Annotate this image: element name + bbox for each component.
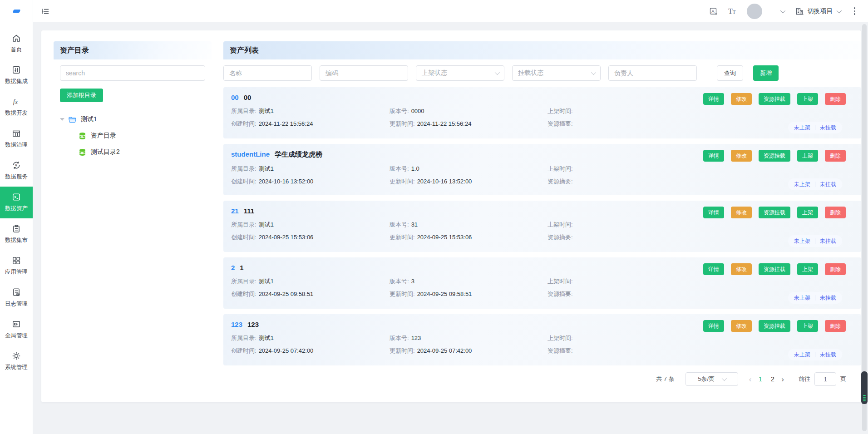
delete-button[interactable]: 删除 [825,320,846,332]
shelve-button[interactable]: 上架 [797,263,818,275]
shelve-button[interactable]: 上架 [797,320,818,332]
avatar[interactable] [747,4,762,19]
detail-button[interactable]: 详情 [703,263,724,275]
tree-node-child[interactable]: ¥ 测试目录2 [60,144,205,160]
edit-button[interactable]: 修改 [731,207,752,218]
chevron-down-icon [722,376,727,381]
add-root-catalog-button[interactable]: 添加根目录 [60,89,103,102]
menu-fold-icon[interactable] [41,7,50,16]
goto-page-input[interactable] [814,372,836,386]
sidebar-item-system-management[interactable]: 系统管理 [0,345,33,377]
shelf-status-select[interactable]: 上架状态 [416,65,504,81]
meta-version: 版本号:0000 [390,107,547,115]
not-shelved-badge[interactable]: 未上架 [794,124,810,132]
sidebar-item-global-management[interactable]: 全局管理 [0,314,33,345]
main-area: A TT 切换项目 资产目录 [33,0,868,434]
apps-icon [12,256,21,265]
page-number-2[interactable]: 2 [766,375,779,383]
tree-node-root[interactable]: 测试1 [60,111,205,128]
delete-button[interactable]: 删除 [825,263,846,275]
asset-code-link[interactable]: 2 [231,264,235,271]
sidebar-item-data-integration[interactable]: 数据集成 [0,59,33,91]
sidebar-nav: 首页 数据集成 fx 数据开发 数据治理 ¥ 数据服务 数据资产 [0,22,33,434]
badge-divider [815,238,815,244]
sidebar-item-data-mart[interactable]: 数据集市 [0,218,33,250]
sidebar-item-app-management[interactable]: 应用管理 [0,250,33,282]
shelve-button[interactable]: 上架 [797,207,818,218]
scrollbar-track[interactable] [862,24,867,431]
mount-status-select[interactable]: 挂载状态 [512,65,601,81]
meta-catalog: 所属目录:测试1 [231,107,390,115]
tree-node-label: 测试1 [81,115,97,123]
shelve-button[interactable]: 上架 [797,93,818,105]
chevron-down-icon[interactable] [780,8,785,13]
not-shelved-badge[interactable]: 未上架 [794,294,810,302]
catalog-search-input[interactable] [60,65,205,81]
detail-button[interactable]: 详情 [703,207,724,218]
catalog-tree: 测试1 ¥ 资产目录 ¥ 测试目录2 [60,111,205,160]
detail-button[interactable]: 详情 [703,93,724,105]
delete-button[interactable]: 删除 [825,150,846,162]
edit-button[interactable]: 修改 [731,263,752,275]
next-page-button[interactable]: › [781,375,784,383]
svg-text:A: A [711,9,715,14]
sidebar-item-log-management[interactable]: 日志管理 [0,282,33,314]
font-size-icon[interactable]: TT [728,7,736,15]
not-shelved-badge[interactable]: 未上架 [794,351,810,359]
not-mounted-badge[interactable]: 未挂载 [820,181,836,188]
more-vertical-icon[interactable] [852,5,858,17]
page-size-select[interactable]: 5条/页 [686,372,738,386]
page-suffix-label: 页 [840,375,846,383]
not-mounted-badge[interactable]: 未挂载 [820,237,836,245]
asset-catalog-panel: 资产目录 添加根目录 测试1 ¥ 资产目录 [54,41,212,402]
detail-button[interactable]: 详情 [703,320,724,332]
tree-node-child[interactable]: ¥ 资产目录 [60,128,205,144]
not-mounted-badge[interactable]: 未挂载 [820,351,836,359]
shelve-button[interactable]: 上架 [797,150,818,162]
prev-page-button[interactable]: ‹ [749,375,752,383]
tree-node-label: 测试目录2 [91,148,120,156]
translate-icon[interactable]: A [709,7,718,16]
sidebar-item-data-assets[interactable]: 数据资产 [0,187,33,218]
resource-mount-button[interactable]: 资源挂载 [759,150,790,162]
code-filter-input[interactable] [320,65,408,81]
delete-button[interactable]: 删除 [825,207,846,218]
terminal-icon [12,192,21,202]
asset-code-link[interactable]: 21 [231,207,239,215]
asset-status-badges: 未上架 未挂载 [788,178,842,190]
sidebar-item-home[interactable]: 首页 [0,28,33,59]
asset-code-link[interactable]: 123 [231,321,242,328]
edit-button[interactable]: 修改 [731,150,752,162]
name-filter-input[interactable] [223,65,312,81]
add-asset-button[interactable]: 新增 [753,65,779,81]
sidebar-item-data-governance[interactable]: 数据治理 [0,123,33,155]
sidebar-item-data-development[interactable]: fx 数据开发 [0,91,33,123]
asset-item-meta: 所属目录:测试1 版本号:0000 上架时间: 创建时间:2024-11-22 … [231,107,861,128]
caret-down-icon[interactable] [60,118,64,121]
asset-name: 123 [247,321,259,328]
query-button[interactable]: 查询 [717,65,743,81]
asset-item: 2 1 详情 修改 资源挂载 上架 删除 所属目录:测试1 版本号:3 上架时间… [223,257,861,309]
resource-mount-button[interactable]: 资源挂载 [759,320,790,332]
delete-button[interactable]: 删除 [825,93,846,105]
asset-code-link[interactable]: studentLine [231,150,270,158]
edit-button[interactable]: 修改 [731,93,752,105]
page-number-1[interactable]: 1 [754,375,766,383]
scrollbar-thumb[interactable] [861,371,868,404]
switch-project-button[interactable]: 切换项目 [795,7,840,16]
not-mounted-badge[interactable]: 未挂载 [820,124,836,132]
log-check-icon [12,288,21,297]
sidebar-item-data-service[interactable]: ¥ 数据服务 [0,155,33,187]
resource-mount-button[interactable]: 资源挂载 [759,93,790,105]
meta-created: 创建时间:2024-09-25 09:58:51 [231,290,390,298]
detail-button[interactable]: 详情 [703,150,724,162]
not-shelved-badge[interactable]: 未上架 [794,237,810,245]
page-size-label: 5条/页 [698,375,715,383]
not-mounted-badge[interactable]: 未挂载 [820,294,836,302]
resource-mount-button[interactable]: 资源挂载 [759,263,790,275]
owner-filter-input[interactable] [608,65,697,81]
edit-button[interactable]: 修改 [731,320,752,332]
resource-mount-button[interactable]: 资源挂载 [759,207,790,218]
asset-code-link[interactable]: 00 [231,94,239,101]
not-shelved-badge[interactable]: 未上架 [794,181,810,188]
